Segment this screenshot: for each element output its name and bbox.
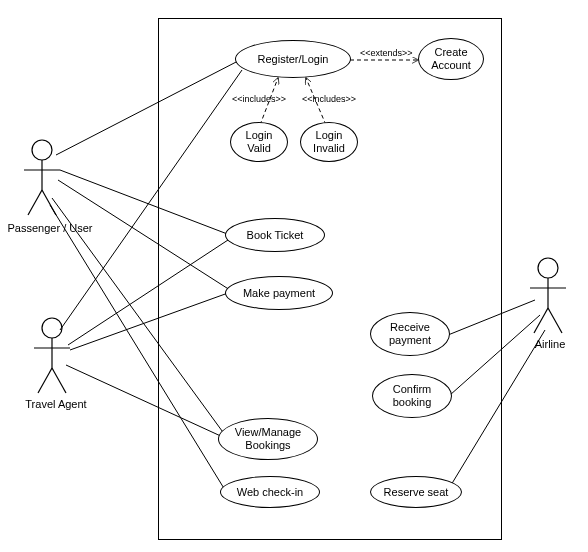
usecase-label: Receivepayment [389,321,431,346]
usecase-label: LoginValid [246,129,273,154]
stereotype-extends: <<extends>> [360,48,413,58]
usecase-login-invalid: LoginInvalid [300,122,358,162]
svg-point-5 [42,318,62,338]
usecase-label: Reserve seat [384,486,449,499]
usecase-label: LoginInvalid [313,129,345,154]
svg-line-8 [38,368,52,393]
stereotype-includes-1: <<includes>> [232,94,286,104]
usecase-make-payment: Make payment [225,276,333,310]
actor-airline-label: Airline [524,338,576,350]
usecase-label: CreateAccount [431,46,471,71]
actor-travelagent-figure [34,318,70,393]
usecase-reserve-seat: Reserve seat [370,476,462,508]
usecase-view-manage: View/ManageBookings [218,418,318,460]
stereotype-includes-2: <<includes>> [302,94,356,104]
usecase-web-checkin: Web check-in [220,476,320,508]
usecase-label: View/ManageBookings [235,426,301,451]
actor-passenger-label: Passenger / User [0,222,100,234]
usecase-confirm-booking: Confirmbooking [372,374,452,418]
usecase-register-login: Register/Login [235,40,351,78]
svg-line-13 [534,308,548,333]
usecase-book-ticket: Book Ticket [225,218,325,252]
svg-line-9 [52,368,66,393]
usecase-label: Confirmbooking [393,383,432,408]
usecase-label: Web check-in [237,486,303,499]
usecase-receive-payment: Receivepayment [370,312,450,356]
usecase-label: Register/Login [258,53,329,66]
actor-passenger-figure [24,140,60,215]
actor-airline-figure [530,258,566,333]
svg-line-4 [42,190,56,215]
svg-line-14 [548,308,562,333]
actor-travelagent-label: Travel Agent [16,398,96,410]
svg-line-3 [28,190,42,215]
svg-point-10 [538,258,558,278]
usecase-label: Make payment [243,287,315,300]
usecase-create-account: CreateAccount [418,38,484,80]
usecase-login-valid: LoginValid [230,122,288,162]
usecase-label: Book Ticket [247,229,304,242]
svg-point-0 [32,140,52,160]
